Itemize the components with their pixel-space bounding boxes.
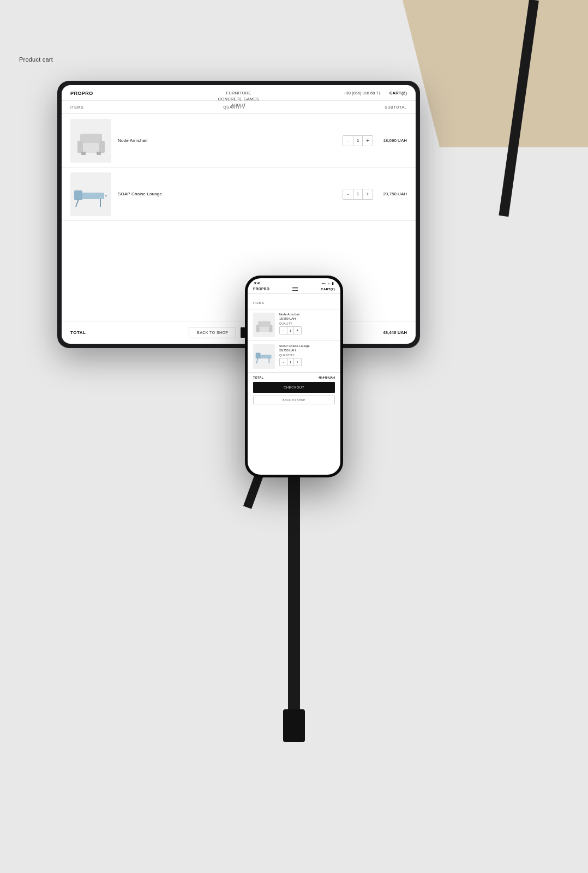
col-subtotal: SUBTOTAL bbox=[385, 105, 407, 109]
phone-item-img-chaise bbox=[253, 344, 275, 369]
phone-status-icons: ●●● ▲ ▊ bbox=[322, 282, 334, 285]
phone-qty-increase-armchair[interactable]: + bbox=[294, 327, 301, 334]
page-label: Product cart bbox=[19, 56, 53, 63]
phone-checkout-button[interactable]: CHECKOUT bbox=[253, 382, 335, 393]
tablet-phone: +38 (066) 916 68 71 bbox=[344, 91, 381, 95]
phone-qty-control-armchair[interactable]: - 1 + bbox=[279, 326, 302, 334]
tablet-item-qty-chaise: - 1 + bbox=[341, 189, 374, 200]
phone-logo: PROPRO bbox=[253, 287, 269, 291]
tablet-total-label: TOTAL bbox=[70, 330, 86, 335]
svg-rect-14 bbox=[269, 325, 272, 332]
tablet-item-price-chaise: 29,750 UAH bbox=[374, 192, 407, 196]
phone-armchair-price: 18,690 UAH bbox=[279, 317, 335, 320]
phone-items-header: ITEMS bbox=[248, 294, 340, 309]
tablet-logo: PROPRO bbox=[70, 91, 93, 96]
tablet-footer: TOTAL BACK TO SHOP CHECKOUT 48,440 UAH bbox=[62, 321, 416, 344]
qty-increase-chaise[interactable]: + bbox=[363, 189, 373, 199]
phone-chaise-name: SOAP Chaise Lounge bbox=[279, 344, 335, 348]
qty-value-armchair: 1 bbox=[353, 136, 363, 146]
tablet-item-img-armchair bbox=[70, 119, 111, 163]
tablet-cart[interactable]: CART(2) bbox=[389, 91, 407, 95]
svg-rect-1 bbox=[80, 134, 102, 143]
phone-qty-value-chaise: 1 bbox=[287, 358, 294, 366]
phone-armchair-name: Node Armchair bbox=[279, 313, 335, 316]
tablet-screen: PROPRO FURNITURE CONCRETE GAMES ABOUT +3… bbox=[62, 85, 416, 344]
qty-decrease-chaise[interactable]: - bbox=[343, 189, 353, 199]
pole-bottom bbox=[288, 447, 300, 720]
svg-rect-2 bbox=[77, 141, 83, 153]
phone-time: 9:41 bbox=[254, 282, 261, 285]
svg-rect-13 bbox=[256, 325, 259, 332]
qty-control-chaise[interactable]: - 1 + bbox=[343, 189, 373, 200]
tablet-item-img-chaise bbox=[70, 172, 111, 216]
phone-qty-value-armchair: 1 bbox=[287, 327, 294, 334]
tablet-item-name-armchair: Node Armchair bbox=[118, 138, 341, 143]
phone-qty-decrease-chaise[interactable]: - bbox=[280, 358, 287, 366]
phone-qty-increase-chaise[interactable]: + bbox=[294, 358, 301, 366]
phone-item-img-armchair bbox=[253, 313, 275, 337]
tablet-total-price: 48,440 UAH bbox=[383, 330, 407, 335]
pole-cap bbox=[283, 709, 305, 742]
phone-chaise-price: 29,750 UAH bbox=[279, 349, 335, 352]
qty-control-armchair[interactable]: - 1 + bbox=[343, 135, 373, 146]
svg-rect-4 bbox=[81, 152, 86, 155]
svg-line-17 bbox=[256, 358, 257, 363]
tablet-back-to-shop-button[interactable]: BACK TO SHOP bbox=[189, 327, 236, 338]
phone-screen: 9:41 ●●● ▲ ▊ PROPRO CART(2) ITEMS bbox=[248, 278, 340, 475]
tablet-item-chaise: SOAP Chaise Lounge - 1 + 29,750 UAH bbox=[62, 168, 416, 221]
phone-item-info-chaise: SOAP Chaise Lounge 29,750 UAH QUANTITY -… bbox=[279, 344, 335, 369]
phone-device: 9:41 ●●● ▲ ▊ PROPRO CART(2) ITEMS bbox=[245, 276, 343, 477]
qty-value-chaise: 1 bbox=[353, 189, 363, 199]
tablet-nav-concrete[interactable]: CONCRETE GAMES bbox=[218, 97, 259, 101]
shelf-decoration bbox=[403, 0, 588, 147]
phone-cart[interactable]: CART(2) bbox=[321, 288, 335, 291]
tablet-item-name-chaise: SOAP Chaise Lounge bbox=[118, 192, 341, 196]
qty-decrease-armchair[interactable]: - bbox=[343, 136, 353, 146]
phone-qty-decrease-armchair[interactable]: - bbox=[280, 327, 287, 334]
tablet-nav-about[interactable]: ABOUT bbox=[231, 103, 246, 107]
svg-line-8 bbox=[76, 199, 79, 207]
phone-armchair-qty-label: QUALITY bbox=[279, 322, 335, 325]
svg-rect-5 bbox=[97, 152, 101, 155]
phone-item-info-armchair: Node Armchair 18,690 UAH QUALITY - 1 + bbox=[279, 313, 335, 337]
phone-status-bar: 9:41 ●●● ▲ ▊ bbox=[248, 278, 340, 286]
svg-rect-7 bbox=[74, 190, 82, 200]
tablet-item-price-armchair: 18,690 UAH bbox=[374, 138, 407, 143]
tablet-device: PROPRO FURNITURE CONCRETE GAMES ABOUT +3… bbox=[57, 81, 420, 348]
tablet-items: Node Armchair - 1 + 18,690 UAH bbox=[62, 114, 416, 321]
phone-item-chaise: SOAP Chaise Lounge 29,750 UAH QUANTITY -… bbox=[248, 341, 340, 373]
phone-chaise-qty-label: QUANTITY bbox=[279, 354, 335, 357]
phone-back-to-shop-button[interactable]: BACK TO SHOP bbox=[253, 396, 335, 404]
phone-total-price: 48,440 UAH bbox=[319, 376, 335, 379]
phone-item-armchair: Node Armchair 18,690 UAH QUALITY - 1 + bbox=[248, 309, 340, 341]
phone-footer: TOTAL 48,440 UAH bbox=[248, 373, 340, 382]
svg-rect-3 bbox=[99, 141, 105, 153]
qty-increase-armchair[interactable]: + bbox=[363, 136, 373, 146]
phone-total-label: TOTAL bbox=[253, 376, 263, 379]
tablet-item-qty-armchair: - 1 + bbox=[341, 135, 374, 146]
tablet-item-armchair: Node Armchair - 1 + 18,690 UAH bbox=[62, 114, 416, 168]
svg-rect-12 bbox=[258, 321, 271, 327]
svg-rect-16 bbox=[255, 353, 260, 359]
phone-nav: PROPRO CART(2) bbox=[248, 286, 340, 294]
phone-items-label: ITEMS bbox=[253, 301, 264, 304]
phone-hamburger-icon[interactable] bbox=[292, 287, 298, 291]
tablet-nav-furniture[interactable]: FURNITURE bbox=[226, 91, 251, 95]
tablet-nav: PROPRO FURNITURE CONCRETE GAMES ABOUT +3… bbox=[62, 85, 416, 101]
col-items: ITEMS bbox=[70, 105, 83, 109]
phone-qty-control-chaise[interactable]: - 1 + bbox=[279, 358, 302, 366]
